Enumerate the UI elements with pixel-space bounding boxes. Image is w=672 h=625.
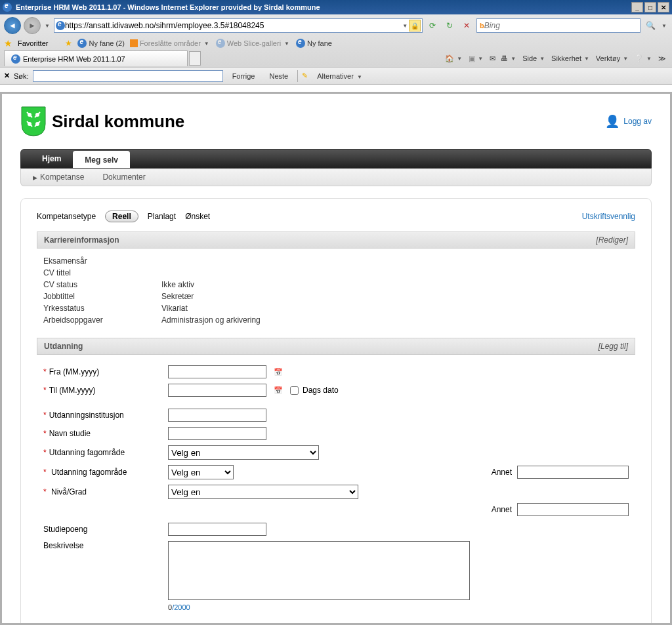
tab-icon xyxy=(11,54,20,64)
forward-button[interactable]: ► xyxy=(24,17,41,34)
home-icon[interactable]: 🏠▼ xyxy=(443,54,465,63)
maximize-button[interactable]: □ xyxy=(644,2,656,12)
back-button[interactable]: ◄ xyxy=(4,17,21,34)
minimize-button[interactable]: _ xyxy=(631,2,643,12)
favorites-label[interactable]: Favoritter xyxy=(18,39,48,47)
ie-logo-icon xyxy=(3,3,12,12)
find-options-button[interactable]: Alternativer ▼ xyxy=(312,71,369,81)
address-bar[interactable]: ▼ 🔒 xyxy=(54,18,423,33)
compat-view-icon[interactable]: ⟳ xyxy=(425,19,440,32)
search-box[interactable]: b xyxy=(476,18,640,33)
stop-icon[interactable]: ✕ xyxy=(459,19,474,32)
url-dropdown[interactable]: ▼ xyxy=(401,23,409,29)
search-go-icon[interactable]: 🔍 xyxy=(643,19,658,32)
tools-menu[interactable]: Verktøy▼ xyxy=(594,54,631,62)
fav-item-webslice[interactable]: Web Slice-galleri▼ xyxy=(216,39,291,48)
find-input[interactable] xyxy=(33,70,223,82)
window-titlebar: Enterprise HRM Web 2011.1.07 - Windows I… xyxy=(0,0,672,14)
nav-history-dropdown[interactable]: ▼ xyxy=(43,23,51,29)
find-prev-button[interactable]: Forrige xyxy=(227,71,261,81)
window-title: Enterprise HRM Web 2011.1.07 - Windows I… xyxy=(16,3,320,11)
fav-item-nyfane[interactable]: Ny fane xyxy=(296,39,332,48)
expand-icon[interactable]: ≫ xyxy=(656,54,668,63)
close-button[interactable]: ✕ xyxy=(658,2,669,12)
refresh-icon[interactable]: ↻ xyxy=(442,19,457,32)
new-tab-button[interactable] xyxy=(189,51,201,66)
page-icon xyxy=(56,21,65,30)
find-label: Søk: xyxy=(14,72,29,80)
url-input[interactable] xyxy=(65,21,401,30)
page-menu[interactable]: Side▼ xyxy=(520,54,548,62)
find-close-icon[interactable]: ✕ xyxy=(4,71,10,80)
browser-tab[interactable]: Enterprise HRM Web 2011.1.07 xyxy=(4,50,188,66)
feeds-icon[interactable]: ▣▼ xyxy=(467,54,486,63)
print-icon[interactable]: 🖶▼ xyxy=(499,54,519,62)
highlight-icon[interactable]: ✎ xyxy=(302,71,308,80)
fav-item-nyfane2[interactable]: Ny fane (2) xyxy=(77,39,124,48)
lock-icon[interactable]: 🔒 xyxy=(409,20,421,31)
search-input[interactable] xyxy=(484,21,637,30)
mail-icon[interactable]: ✉ xyxy=(488,54,497,63)
favorites-star-icon[interactable]: ★ xyxy=(4,38,12,49)
safety-menu[interactable]: Sikkerhet▼ xyxy=(549,54,593,62)
find-next-button[interactable]: Neste xyxy=(264,71,293,81)
search-provider-dropdown[interactable]: ▼ xyxy=(660,23,668,29)
tab-title: Enterprise HRM Web 2011.1.07 xyxy=(23,55,125,63)
help-icon[interactable]: ❔▼ xyxy=(633,54,655,63)
bing-icon: b xyxy=(480,22,484,30)
add-favorite-icon[interactable]: ★ xyxy=(65,39,72,48)
fav-item-suggested[interactable]: Foreslåtte områder▼ xyxy=(130,39,211,47)
